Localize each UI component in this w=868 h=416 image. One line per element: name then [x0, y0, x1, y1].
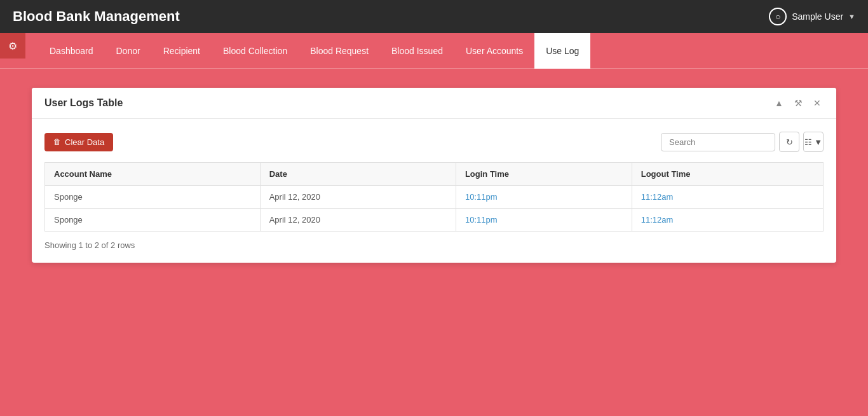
- table-header-row: Account NameDateLogin TimeLogout Time: [45, 163, 824, 186]
- trash-icon: 🗑: [53, 137, 61, 146]
- card-title: User Logs Table: [44, 97, 123, 109]
- chevron-down-icon: ▼: [848, 13, 855, 20]
- user-logs-card: User Logs Table ▲ ⚒ ✕ 🗑 Clear Data ↻: [32, 88, 836, 263]
- user-avatar-icon: ○: [769, 8, 787, 25]
- table-row: SpongeApril 12, 202010:11pm11:12am: [45, 209, 824, 232]
- clear-data-label: Clear Data: [65, 137, 104, 147]
- col-header: Login Time: [456, 163, 632, 186]
- nav-item-blood-collection[interactable]: Blood Collection: [212, 33, 299, 69]
- table-cell: 10:11pm: [456, 209, 632, 232]
- table-body: SpongeApril 12, 202010:11pm11:12amSponge…: [45, 186, 824, 232]
- col-header: Account Name: [45, 163, 261, 186]
- table-footer: Showing 1 to 2 of 2 rows: [44, 240, 824, 250]
- search-input[interactable]: [661, 133, 775, 151]
- settings-icon[interactable]: ⚒: [792, 97, 804, 109]
- table-toolbar: 🗑 Clear Data ↻ ☷ ▼: [44, 132, 824, 152]
- nav-item-blood-issued[interactable]: Blood Issued: [380, 33, 454, 69]
- clear-data-button[interactable]: 🗑 Clear Data: [44, 133, 113, 151]
- refresh-button[interactable]: ↻: [779, 132, 799, 152]
- nav-item-recipient[interactable]: Recipient: [152, 33, 212, 69]
- col-header: Date: [260, 163, 456, 186]
- table-cell: 11:12am: [632, 186, 823, 209]
- table-cell: Sponge: [45, 186, 261, 209]
- table-header: Account NameDateLogin TimeLogout Time: [45, 163, 824, 186]
- user-label: Sample User: [792, 11, 843, 22]
- close-icon[interactable]: ✕: [811, 97, 824, 109]
- table-cell: April 12, 2020: [260, 209, 456, 232]
- card-body: 🗑 Clear Data ↻ ☷ ▼ Accoun: [32, 119, 836, 263]
- nav-item-user-accounts[interactable]: User Accounts: [454, 33, 534, 69]
- page-content: User Logs Table ▲ ⚒ ✕ 🗑 Clear Data ↻: [0, 69, 868, 282]
- table-cell: 10:11pm: [456, 186, 632, 209]
- user-logs-table: Account NameDateLogin TimeLogout Time Sp…: [44, 162, 824, 232]
- col-header: Logout Time: [632, 163, 823, 186]
- main-nav: DashboardDonorRecipientBlood CollectionB…: [0, 33, 868, 69]
- user-menu[interactable]: ○ Sample User ▼: [769, 8, 855, 25]
- card-header-icons: ▲ ⚒ ✕: [773, 97, 824, 109]
- table-cell: 11:12am: [632, 209, 823, 232]
- card-header: User Logs Table ▲ ⚒ ✕: [32, 88, 836, 119]
- table-cell: April 12, 2020: [260, 186, 456, 209]
- gear-icon: ⚙: [8, 40, 17, 52]
- sidebar-gear-button[interactable]: ⚙: [0, 33, 25, 59]
- columns-button[interactable]: ☷ ▼: [803, 132, 824, 152]
- table-cell: Sponge: [45, 209, 261, 232]
- table-row: SpongeApril 12, 202010:11pm11:12am: [45, 186, 824, 209]
- refresh-icon: ↻: [786, 137, 793, 147]
- nav-item-blood-request[interactable]: Blood Request: [299, 33, 380, 69]
- nav-item-donor[interactable]: Donor: [105, 33, 152, 69]
- nav-item-use-log[interactable]: Use Log: [534, 33, 590, 69]
- collapse-icon[interactable]: ▲: [773, 97, 785, 109]
- columns-icon: ☷ ▼: [804, 137, 822, 147]
- topbar: Blood Bank Management ○ Sample User ▼: [0, 0, 868, 33]
- toolbar-right: ↻ ☷ ▼: [661, 132, 824, 152]
- app-title: Blood Bank Management: [13, 8, 180, 25]
- nav-item-dashboard[interactable]: Dashboard: [38, 33, 105, 69]
